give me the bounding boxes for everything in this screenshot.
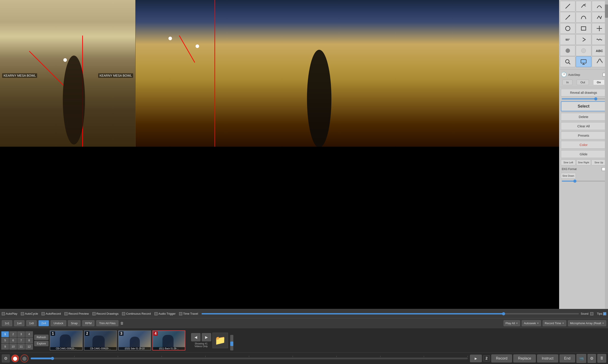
autocycle-item[interactable]: AutoCycle — [21, 312, 38, 315]
tool-circle-filled-light[interactable] — [576, 45, 591, 56]
sliders-icon-btn[interactable]: 🎚 — [597, 354, 606, 363]
prev-btn[interactable]: ◀ — [191, 333, 200, 341]
play-button[interactable]: ▶ — [470, 355, 482, 362]
next-btn[interactable]: ▶ — [202, 333, 211, 341]
thumbnail-1[interactable]: 1 CB-CAM1-030620-... — [50, 330, 83, 351]
video-panel-right[interactable] — [136, 0, 559, 147]
end-button[interactable]: End — [559, 354, 575, 363]
autoplay-checkbox[interactable] — [2, 312, 5, 315]
btn-rpm[interactable]: RPM — [82, 320, 94, 326]
power-icon-btn[interactable]: ⬤ — [20, 354, 28, 363]
tool-rectangle[interactable] — [576, 23, 591, 34]
tab-7[interactable]: 7 — [17, 338, 25, 343]
autoplay-item[interactable]: AutoPlay — [2, 312, 17, 315]
select-button[interactable]: Select — [561, 101, 606, 111]
tab-5[interactable]: 5 — [1, 338, 9, 343]
tips-item[interactable]: Tips ✓ — [597, 312, 606, 315]
delete-button[interactable]: Delete — [561, 113, 606, 121]
tool-circle-filled-dark[interactable] — [560, 45, 575, 56]
autorecord-item[interactable]: AutoRecord — [41, 312, 61, 315]
continuous-record-checkbox[interactable] — [122, 312, 125, 315]
in-button[interactable]: In — [562, 79, 572, 85]
tool-checkmark-line[interactable] — [576, 1, 591, 12]
slider-thumb[interactable] — [594, 97, 597, 101]
scrollbar-thumb[interactable] — [605, 4, 608, 18]
btn-1x1[interactable]: 1x1 — [2, 320, 12, 326]
audio-trigger-item[interactable]: Audio Trigger — [155, 312, 176, 315]
explore-button[interactable]: Explore — [34, 341, 49, 346]
camera-icon-btn[interactable]: 📹 — [576, 354, 586, 363]
tab-1[interactable]: 1 — [1, 331, 9, 337]
tool-arrow-right[interactable] — [576, 34, 591, 45]
tab-9[interactable]: 9 — [1, 344, 9, 350]
sine-up-button[interactable]: Sine Up — [591, 159, 606, 165]
thumb-vslider[interactable] — [230, 335, 233, 351]
gear-icon-btn[interactable]: ⚙ — [588, 354, 596, 363]
record-drawings-item[interactable]: Record Drawings — [92, 312, 119, 315]
slider-track-2[interactable] — [562, 181, 605, 182]
tab-11[interactable]: 11 — [17, 344, 25, 350]
thumbnail-2[interactable]: 2 CB-CAM1-030620-... — [84, 330, 117, 351]
audio-trigger-checkbox[interactable] — [155, 312, 157, 315]
tab-8[interactable]: 8 — [25, 338, 33, 343]
tool-line[interactable] — [560, 1, 575, 12]
sound-slider[interactable] — [202, 313, 579, 314]
tool-screen[interactable] — [576, 56, 591, 67]
slider-track[interactable] — [562, 98, 605, 99]
tool-curve[interactable] — [576, 12, 591, 23]
record-preview-checkbox[interactable] — [65, 312, 67, 315]
tab-3[interactable]: 3 — [17, 331, 25, 337]
stop-icon-btn[interactable]: ⬤ — [11, 354, 19, 363]
sine-right-button[interactable]: Sine Right — [576, 159, 591, 165]
presets-button[interactable]: Presets — [561, 131, 606, 139]
refresh-button[interactable]: Refresh — [34, 335, 49, 340]
time-travel-checkbox[interactable] — [179, 312, 182, 315]
sidebar-scrollbar[interactable] — [605, 0, 608, 309]
sine-left-button[interactable]: Sine Left — [561, 159, 576, 165]
tool-circle[interactable] — [560, 23, 575, 34]
sound-thumb[interactable] — [502, 312, 505, 315]
clear-all-button[interactable]: Clear All — [561, 122, 606, 130]
tips-checkbox[interactable]: ✓ — [603, 312, 606, 315]
sound-checkbox[interactable] — [590, 312, 593, 315]
autorecord-checkbox[interactable] — [41, 312, 45, 315]
btn-2x4[interactable]: 2x4 — [39, 320, 49, 326]
glide-button[interactable]: Glide — [561, 150, 606, 158]
tab-4[interactable]: 4 — [25, 331, 33, 337]
dropdown-record-time[interactable]: Record Time ▼ — [543, 320, 566, 326]
tool-90deg[interactable]: 90° — [560, 34, 575, 45]
record-drawings-checkbox[interactable] — [92, 312, 96, 315]
settings-icon-btn[interactable]: ⚙ — [2, 354, 10, 363]
thumbnail-4[interactable]: 4 (011) Back 01-29-... — [153, 330, 185, 351]
out-button[interactable]: Out — [577, 79, 589, 85]
tool-magnify[interactable] — [560, 56, 575, 67]
tab-10[interactable]: 10 — [9, 344, 17, 350]
reveal-all-btn[interactable]: Reveal all drawings — [561, 89, 606, 96]
color-button[interactable]: Color — [561, 141, 606, 149]
continuous-record-item[interactable]: Continuous Record — [122, 312, 151, 315]
dropdown-play-all[interactable]: Play All ▼ — [504, 320, 520, 326]
tab-6[interactable]: 6 — [9, 338, 17, 343]
progress-bar[interactable] — [31, 358, 468, 359]
on-button[interactable]: On — [593, 79, 605, 85]
btn-1x8[interactable]: 1x8 — [26, 320, 37, 326]
progress-thumb[interactable] — [51, 357, 54, 360]
thumb-vslider-thumb[interactable] — [230, 341, 233, 346]
btn-1x4[interactable]: 1x4 — [14, 320, 25, 326]
dropdown-autoseek[interactable]: Autoseek ▼ — [522, 320, 541, 326]
thumbnail-3[interactable]: 3 (010) Side 01-29-10 — [118, 330, 151, 351]
record-button[interactable]: Record — [491, 354, 512, 363]
autocycle-checkbox[interactable] — [21, 312, 24, 315]
sine-down-button[interactable]: Sine Down — [561, 173, 576, 179]
folder-icon-area[interactable]: 📁 — [212, 333, 228, 348]
replace-button[interactable]: Replace — [513, 354, 536, 363]
slider-thumb-2[interactable] — [573, 180, 576, 183]
video-panel-left[interactable]: KEARNY MESA BOWL KEARNY MESA BOWL — [0, 0, 136, 147]
btn-trim[interactable]: Trim All Files — [96, 320, 118, 326]
instruct-button[interactable]: Instruct — [537, 354, 558, 363]
tab-2[interactable]: 2 — [9, 331, 17, 337]
time-travel-item[interactable]: Time Travel — [179, 312, 198, 315]
btn-snap[interactable]: Snap — [68, 320, 80, 326]
tool-arrow-diag[interactable] — [560, 12, 575, 23]
dropdown-microphone[interactable]: Microphone Array (Realt ▼ — [568, 320, 606, 326]
